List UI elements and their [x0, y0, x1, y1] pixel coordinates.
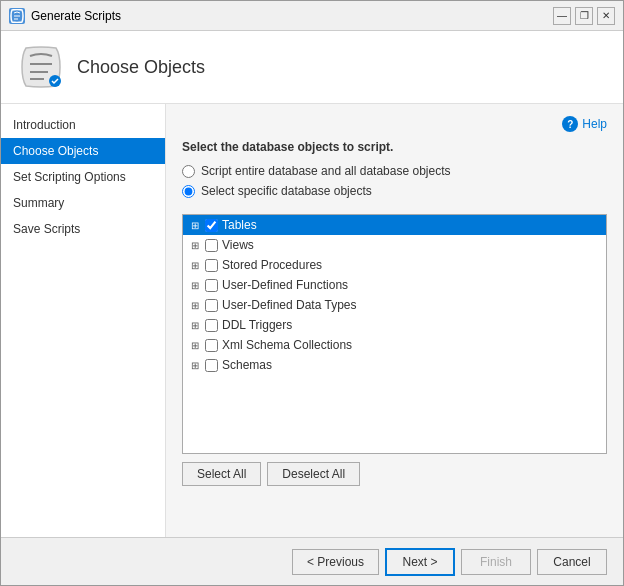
tree-checkbox-udf[interactable]: [205, 279, 218, 292]
deselect-all-button[interactable]: Deselect All: [267, 462, 360, 486]
tree-expander-schemas[interactable]: ⊞: [187, 357, 203, 373]
next-button[interactable]: Next >: [385, 548, 455, 576]
tree-expander-xml-schema[interactable]: ⊞: [187, 337, 203, 353]
tree-expander-tables[interactable]: ⊞: [187, 217, 203, 233]
tree-item-views[interactable]: ⊞ Views: [183, 235, 606, 255]
tree-checkbox-xml-schema[interactable]: [205, 339, 218, 352]
tree-view[interactable]: ⊞ Tables ⊞ Views ⊞ Stored Procedures: [182, 214, 607, 454]
page-title: Choose Objects: [77, 57, 205, 78]
title-bar: Generate Scripts — ❐ ✕: [1, 1, 623, 31]
radio-specific-input[interactable]: [182, 185, 195, 198]
tree-item-udf[interactable]: ⊞ User-Defined Functions: [183, 275, 606, 295]
footer: < Previous Next > Finish Cancel: [1, 537, 623, 585]
tree-checkbox-uddt[interactable]: [205, 299, 218, 312]
finish-button[interactable]: Finish: [461, 549, 531, 575]
dialog-header: Choose Objects: [1, 31, 623, 104]
sidebar-item-save-scripts[interactable]: Save Scripts: [1, 216, 165, 242]
title-bar-buttons: — ❐ ✕: [553, 7, 615, 25]
help-link[interactable]: ? Help: [182, 116, 607, 132]
tree-item-uddt[interactable]: ⊞ User-Defined Data Types: [183, 295, 606, 315]
tree-expander-uddt[interactable]: ⊞: [187, 297, 203, 313]
section-title: Select the database objects to script.: [182, 140, 607, 154]
tree-buttons: Select All Deselect All: [182, 462, 607, 486]
title-bar-text: Generate Scripts: [31, 9, 553, 23]
window: Generate Scripts — ❐ ✕ Choose Objects: [0, 0, 624, 586]
sidebar-item-choose-objects[interactable]: Choose Objects: [1, 138, 165, 164]
cancel-button[interactable]: Cancel: [537, 549, 607, 575]
tree-item-ddl-triggers[interactable]: ⊞ DDL Triggers: [183, 315, 606, 335]
tree-checkbox-schemas[interactable]: [205, 359, 218, 372]
tree-checkbox-tables[interactable]: [205, 219, 218, 232]
main-area: Introduction Choose Objects Set Scriptin…: [1, 104, 623, 537]
maximize-button[interactable]: ❐: [575, 7, 593, 25]
content-area: ? Help Select the database objects to sc…: [166, 104, 623, 537]
radio-group: Script entire database and all database …: [182, 164, 607, 204]
minimize-button[interactable]: —: [553, 7, 571, 25]
help-icon: ?: [562, 116, 578, 132]
tree-item-xml-schema[interactable]: ⊞ Xml Schema Collections: [183, 335, 606, 355]
app-icon: [9, 8, 25, 24]
sidebar: Introduction Choose Objects Set Scriptin…: [1, 104, 166, 537]
tree-checkbox-views[interactable]: [205, 239, 218, 252]
tree-expander-stored-procs[interactable]: ⊞: [187, 257, 203, 273]
tree-checkbox-ddl-triggers[interactable]: [205, 319, 218, 332]
previous-button[interactable]: < Previous: [292, 549, 379, 575]
close-button[interactable]: ✕: [597, 7, 615, 25]
tree-expander-ddl-triggers[interactable]: ⊞: [187, 317, 203, 333]
radio-entire-database[interactable]: Script entire database and all database …: [182, 164, 607, 178]
radio-entire-input[interactable]: [182, 165, 195, 178]
header-icon: [17, 43, 65, 91]
tree-item-stored-procedures[interactable]: ⊞ Stored Procedures: [183, 255, 606, 275]
tree-expander-udf[interactable]: ⊞: [187, 277, 203, 293]
sidebar-item-introduction[interactable]: Introduction: [1, 112, 165, 138]
select-all-button[interactable]: Select All: [182, 462, 261, 486]
tree-checkbox-stored-procs[interactable]: [205, 259, 218, 272]
tree-item-tables[interactable]: ⊞ Tables: [183, 215, 606, 235]
sidebar-item-scripting-options[interactable]: Set Scripting Options: [1, 164, 165, 190]
sidebar-item-summary[interactable]: Summary: [1, 190, 165, 216]
radio-specific-objects[interactable]: Select specific database objects: [182, 184, 607, 198]
tree-item-schemas[interactable]: ⊞ Schemas: [183, 355, 606, 375]
tree-expander-views[interactable]: ⊞: [187, 237, 203, 253]
